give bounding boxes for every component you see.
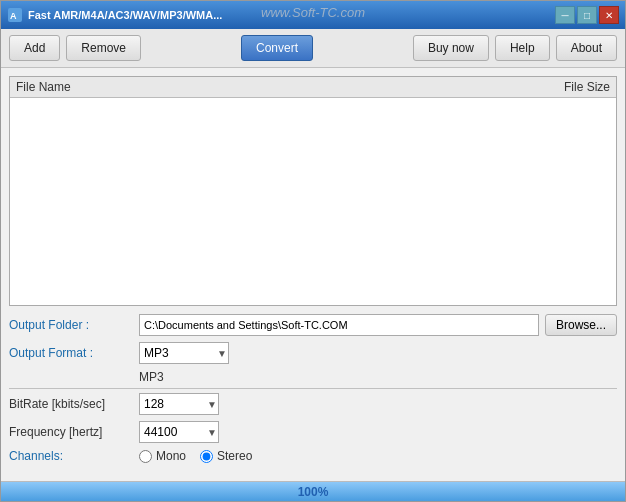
title-bar-buttons: ─ □ ✕ xyxy=(555,6,619,24)
stereo-radio[interactable] xyxy=(200,450,213,463)
mono-radio-item[interactable]: Mono xyxy=(139,449,186,463)
minimize-button[interactable]: ─ xyxy=(555,6,575,24)
progress-bar-area: 100% xyxy=(1,481,625,501)
bitrate-label: BitRate [kbits/sec] xyxy=(9,397,139,411)
frequency-row: Frequency [hertz] 8000 11025 22050 44100… xyxy=(9,421,617,443)
channels-label: Channels: xyxy=(9,449,139,463)
browse-button[interactable]: Browse... xyxy=(545,314,617,336)
channels-row: Channels: Mono Stereo xyxy=(9,449,617,463)
output-folder-input[interactable] xyxy=(139,314,539,336)
file-table-header: File Name File Size xyxy=(10,77,616,98)
format-select-wrapper: MP3 WAV AAC WMA OGG AMR ▼ xyxy=(139,342,229,364)
close-button[interactable]: ✕ xyxy=(599,6,619,24)
content-area: File Name File Size Output Folder : Brow… xyxy=(1,68,625,477)
frequency-select-wrapper: 8000 11025 22050 44100 48000 ▼ xyxy=(139,421,219,443)
buynow-button[interactable]: Buy now xyxy=(413,35,489,61)
frequency-select[interactable]: 8000 11025 22050 44100 48000 xyxy=(139,421,219,443)
format-display: MP3 xyxy=(139,370,617,384)
output-folder-row: Output Folder : Browse... xyxy=(9,314,617,336)
file-table: File Name File Size xyxy=(9,76,617,306)
progress-text: 100% xyxy=(298,485,329,499)
stereo-label: Stereo xyxy=(217,449,252,463)
settings-area: Output Folder : Browse... Output Format … xyxy=(9,314,617,469)
col-size-header: File Size xyxy=(530,80,610,94)
about-button[interactable]: About xyxy=(556,35,617,61)
mono-label: Mono xyxy=(156,449,186,463)
frequency-label: Frequency [hertz] xyxy=(9,425,139,439)
bitrate-row: BitRate [kbits/sec] 64 96 128 160 192 25… xyxy=(9,393,617,415)
col-name-header: File Name xyxy=(16,80,530,94)
output-folder-label: Output Folder : xyxy=(9,318,139,332)
convert-button[interactable]: Convert xyxy=(241,35,313,61)
title-bar-text: Fast AMR/M4A/AC3/WAV/MP3/WMA... xyxy=(28,9,555,21)
format-select[interactable]: MP3 WAV AAC WMA OGG AMR xyxy=(139,342,229,364)
toolbar: Add Remove Convert Buy now Help About xyxy=(1,29,625,68)
output-format-row: Output Format : MP3 WAV AAC WMA OGG AMR … xyxy=(9,342,617,364)
help-button[interactable]: Help xyxy=(495,35,550,61)
mono-radio[interactable] xyxy=(139,450,152,463)
svg-text:A: A xyxy=(10,11,17,21)
file-table-body xyxy=(10,98,616,305)
separator1 xyxy=(9,388,617,389)
bitrate-select-wrapper: 64 96 128 160 192 256 320 ▼ xyxy=(139,393,219,415)
add-button[interactable]: Add xyxy=(9,35,60,61)
channels-radio-group: Mono Stereo xyxy=(139,449,252,463)
bitrate-select[interactable]: 64 96 128 160 192 256 320 xyxy=(139,393,219,415)
title-bar: A Fast AMR/M4A/AC3/WAV/MP3/WMA... www.So… xyxy=(1,1,625,29)
output-format-label: Output Format : xyxy=(9,346,139,360)
app-icon: A xyxy=(7,7,23,23)
main-window: A Fast AMR/M4A/AC3/WAV/MP3/WMA... www.So… xyxy=(0,0,626,502)
stereo-radio-item[interactable]: Stereo xyxy=(200,449,252,463)
remove-button[interactable]: Remove xyxy=(66,35,141,61)
restore-button[interactable]: □ xyxy=(577,6,597,24)
